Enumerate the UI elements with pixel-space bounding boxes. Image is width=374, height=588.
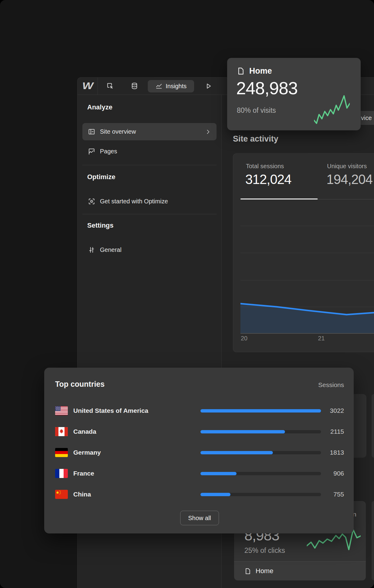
site-activity-heading: Site activity bbox=[233, 134, 278, 144]
insights-tab-label: Insights bbox=[166, 83, 187, 90]
chart-x-axis bbox=[240, 333, 374, 334]
page-doc-icon bbox=[237, 67, 245, 75]
france-flag-icon bbox=[55, 469, 68, 478]
select-cursor-icon bbox=[106, 82, 114, 90]
canada-flag-icon bbox=[55, 427, 68, 436]
database-icon bbox=[131, 82, 138, 90]
sessions-value: 906 bbox=[314, 466, 344, 481]
site-overview-icon bbox=[88, 128, 95, 135]
country-row-canada[interactable]: Canada 2115 bbox=[44, 424, 354, 439]
home-card-subtitle: 80% of visits bbox=[237, 106, 276, 115]
stat-value: 312,024 bbox=[245, 172, 291, 187]
clicks-card-page-link[interactable]: Home bbox=[234, 561, 366, 580]
sidebar-item-pages[interactable]: Pages bbox=[82, 143, 217, 160]
stat-label: Total sessions bbox=[246, 163, 284, 170]
line-chart-icon bbox=[155, 83, 163, 90]
tabs-baseline bbox=[318, 199, 374, 199]
sessions-bar-fill bbox=[200, 451, 273, 454]
sessions-bar-track bbox=[200, 493, 321, 496]
country-name: United States of America bbox=[73, 403, 148, 418]
sessions-bar-track bbox=[200, 430, 321, 433]
country-name: France bbox=[73, 466, 94, 481]
sliders-icon bbox=[88, 246, 95, 254]
chart-gridline bbox=[240, 253, 374, 253]
section-heading-settings: Settings bbox=[87, 222, 114, 229]
clicks-card-subtitle: 25% of clicks bbox=[244, 546, 285, 555]
devices-tab-partial-label: vice bbox=[361, 115, 372, 122]
germany-flag-icon bbox=[55, 448, 68, 457]
sidebar-item-get-started-optimize[interactable]: Get started with Optimize bbox=[82, 193, 217, 210]
clicks-card-page-label: Home bbox=[256, 567, 273, 575]
country-row-germany[interactable]: Germany 1813 bbox=[44, 445, 354, 460]
optimize-target-icon bbox=[88, 198, 95, 205]
sidebar-item-site-overview[interactable]: Site overview bbox=[82, 123, 217, 140]
country-row-china[interactable]: China 755 bbox=[44, 487, 354, 502]
stat-value: 194,204 bbox=[326, 172, 372, 187]
x-tick-20: 20 bbox=[241, 335, 247, 342]
sessions-area-chart bbox=[240, 296, 374, 333]
home-card-value: 248,983 bbox=[236, 78, 298, 98]
sessions-bar-track bbox=[200, 472, 321, 475]
sidebar-divider bbox=[82, 165, 217, 165]
home-visits-sparkline bbox=[314, 94, 350, 125]
country-row-france[interactable]: France 906 bbox=[44, 466, 354, 481]
sessions-value: 1813 bbox=[314, 445, 344, 460]
sessions-value: 755 bbox=[314, 487, 344, 502]
screenshot-stage: W Insights bbox=[0, 0, 374, 588]
sessions-bar-fill bbox=[200, 430, 285, 433]
sidebar-divider bbox=[82, 214, 217, 214]
home-card-title: Home bbox=[249, 66, 272, 76]
sessions-bar-fill bbox=[200, 493, 230, 496]
x-tick-21: 21 bbox=[318, 335, 325, 342]
sessions-column-header: Sessions bbox=[318, 381, 344, 389]
country-name: Germany bbox=[73, 445, 101, 460]
sessions-bar-fill bbox=[200, 409, 321, 413]
china-flag-icon bbox=[55, 490, 68, 499]
tab-insights[interactable]: Insights bbox=[148, 80, 194, 92]
hidden-card-edge-sliver bbox=[372, 394, 374, 458]
cms-database-button[interactable] bbox=[128, 80, 141, 92]
sessions-bar-fill bbox=[200, 472, 237, 475]
play-icon bbox=[204, 82, 212, 90]
country-name: China bbox=[73, 487, 91, 502]
select-tool-button[interactable] bbox=[104, 80, 116, 92]
top-countries-title: Top countries bbox=[55, 380, 104, 389]
sidebar-item-label: General bbox=[100, 246, 121, 253]
sidebar-item-label: Get started with Optimize bbox=[100, 198, 168, 205]
preview-button[interactable] bbox=[202, 80, 214, 92]
show-all-button[interactable]: Show all bbox=[180, 511, 219, 525]
webflow-logo: W bbox=[82, 81, 93, 92]
pages-flag-icon bbox=[88, 148, 95, 155]
site-activity-card: Total sessions 312,024 Unique visitors 1… bbox=[233, 153, 374, 352]
us-flag-icon bbox=[55, 406, 68, 415]
country-name: Canada bbox=[73, 424, 96, 439]
sessions-bar-track bbox=[200, 451, 321, 454]
country-row-usa[interactable]: United States of America 3022 bbox=[44, 403, 354, 418]
selected-tab-underline bbox=[240, 199, 318, 199]
page-doc-icon bbox=[244, 568, 251, 575]
sessions-value: 2115 bbox=[314, 424, 344, 439]
hidden-card-edge-sliver bbox=[372, 501, 374, 580]
stat-label: Unique visitors bbox=[327, 163, 367, 170]
top-countries-card: Top countries Sessions United States of … bbox=[44, 368, 354, 533]
chevron-right-icon bbox=[205, 129, 211, 135]
webflow-logo-button[interactable]: W bbox=[78, 78, 98, 95]
sidebar-item-label: Site overview bbox=[100, 128, 136, 135]
chart-gridline bbox=[240, 226, 374, 226]
sidebar-item-general[interactable]: General bbox=[82, 241, 217, 259]
section-heading-analyze: Analyze bbox=[87, 103, 112, 111]
section-heading-optimize: Optimize bbox=[87, 173, 115, 181]
sessions-value: 3022 bbox=[314, 403, 344, 418]
chart-gridline bbox=[240, 280, 374, 280]
home-visits-card: Home 248,983 80% of visits bbox=[227, 58, 361, 130]
sessions-bar-track bbox=[200, 409, 321, 413]
sidebar-item-label: Pages bbox=[100, 148, 117, 155]
